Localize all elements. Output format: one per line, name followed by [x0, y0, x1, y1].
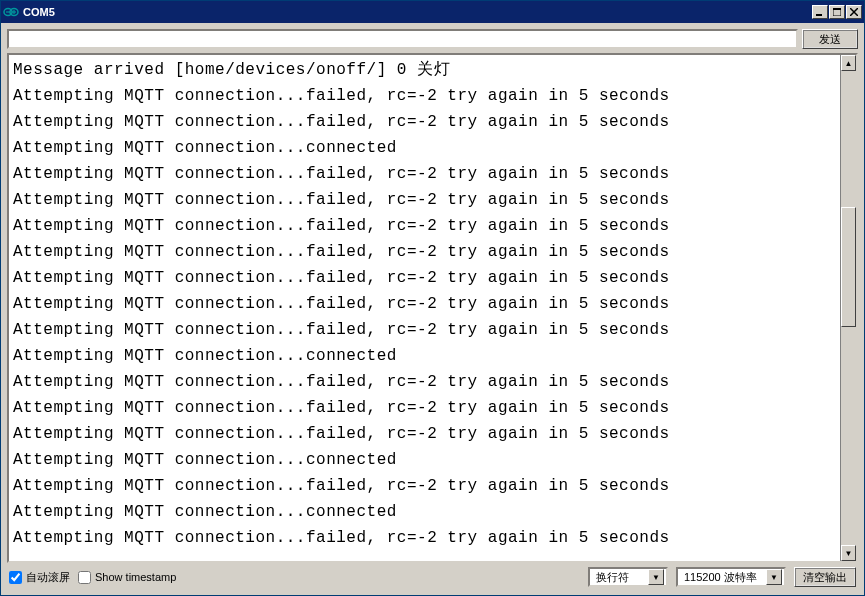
timestamp-label: Show timestamp	[95, 571, 176, 583]
chevron-down-icon: ▼	[766, 569, 782, 585]
maximize-button[interactable]	[829, 5, 845, 19]
input-row: 发送	[7, 29, 858, 49]
autoscroll-checkbox-wrap[interactable]: 自动滚屏	[9, 570, 70, 585]
close-button[interactable]	[846, 5, 862, 19]
autoscroll-label: 自动滚屏	[26, 570, 70, 585]
baud-rate-select[interactable]: 115200 波特率 ▼	[676, 567, 786, 587]
content-area: 发送 Message arrived [home/devices/onoff/]…	[1, 23, 864, 595]
bottom-toolbar: 自动滚屏 Show timestamp 换行符 ▼ 115200 波特率 ▼ 清…	[7, 563, 858, 589]
baud-rate-value: 115200 波特率	[680, 570, 762, 585]
timestamp-checkbox-wrap[interactable]: Show timestamp	[78, 571, 176, 584]
serial-monitor-window: COM5 发送 Message arrived [home/devices/on…	[0, 0, 865, 596]
clear-output-button[interactable]: 清空输出	[794, 567, 856, 587]
app-icon	[3, 4, 19, 20]
scroll-thumb[interactable]	[841, 207, 856, 327]
minimize-button[interactable]	[812, 5, 828, 19]
svg-rect-7	[833, 8, 841, 10]
titlebar-buttons	[812, 5, 862, 19]
line-ending-select[interactable]: 换行符 ▼	[588, 567, 668, 587]
autoscroll-checkbox[interactable]	[9, 571, 22, 584]
scroll-up-button[interactable]: ▲	[841, 55, 856, 71]
scroll-down-button[interactable]: ▼	[841, 545, 856, 561]
window-title: COM5	[23, 6, 812, 18]
line-ending-value: 换行符	[592, 570, 644, 585]
chevron-down-icon: ▼	[648, 569, 664, 585]
titlebar[interactable]: COM5	[1, 1, 864, 23]
svg-rect-5	[816, 14, 822, 16]
serial-input[interactable]	[7, 29, 798, 49]
send-button[interactable]: 发送	[802, 29, 858, 49]
timestamp-checkbox[interactable]	[78, 571, 91, 584]
vertical-scrollbar[interactable]: ▲ ▼	[840, 55, 856, 561]
output-area: Message arrived [home/devices/onoff/] 0 …	[7, 53, 858, 563]
serial-output[interactable]: Message arrived [home/devices/onoff/] 0 …	[9, 55, 840, 561]
